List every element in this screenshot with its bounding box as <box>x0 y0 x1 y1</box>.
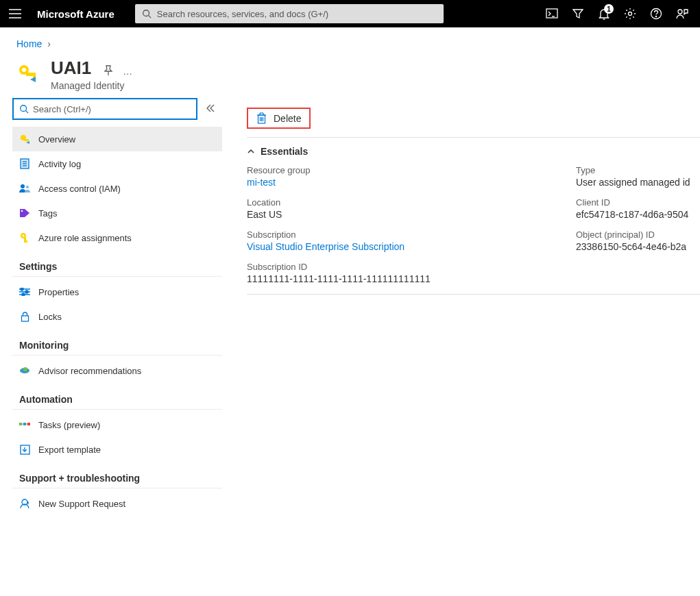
svg-rect-22 <box>24 139 29 141</box>
svg-rect-44 <box>19 423 22 425</box>
sidebar-search-box[interactable] <box>12 98 197 120</box>
svg-rect-45 <box>23 423 26 425</box>
hamburger-menu-icon[interactable] <box>7 5 23 22</box>
export-template-icon <box>19 444 30 455</box>
location-label: Location <box>247 197 576 208</box>
client-id-label: Client ID <box>576 197 700 208</box>
sidebar-item-label: Azure role assignments <box>38 233 132 243</box>
topbar-actions: 1 <box>541 3 693 25</box>
global-search-input[interactable] <box>157 9 437 19</box>
svg-point-11 <box>655 16 656 16</box>
settings-gear-icon[interactable] <box>619 3 641 25</box>
sidebar-item-tags[interactable]: Tags <box>12 201 222 225</box>
svg-point-12 <box>678 10 682 14</box>
sidebar-item-label: New Support Request <box>38 499 125 509</box>
subscription-label: Subscription <box>247 229 576 240</box>
subscription-id-value: 11111111-1111-1111-1111-111111111111 <box>247 273 576 284</box>
notifications-icon[interactable]: 1 <box>593 3 615 25</box>
breadcrumb: Home › <box>0 27 700 49</box>
sidebar-item-label: Properties <box>38 287 79 297</box>
properties-icon <box>19 286 30 297</box>
sidebar-item-label: Locks <box>38 312 62 322</box>
sidebar-item-label: Activity log <box>38 159 81 169</box>
sidebar-section-automation: Automation <box>12 383 222 410</box>
location-value: East US <box>247 209 576 220</box>
sidebar-item-azure-role-assignments[interactable]: Azure role assignments <box>12 225 222 250</box>
access-control-icon <box>19 183 30 194</box>
sidebar-item-access-control[interactable]: Access control (IAM) <box>12 176 222 201</box>
subscription-link[interactable]: Visual Studio Enterprise Subscription <box>247 241 576 252</box>
support-icon <box>19 498 30 509</box>
sidebar-item-advisor[interactable]: Advisor recommendations <box>12 358 222 383</box>
essentials-toggle[interactable]: Essentials <box>247 143 700 165</box>
page-subtitle: Managed Identity <box>51 80 132 91</box>
svg-point-29 <box>26 186 29 188</box>
essentials-label: Essentials <box>261 146 308 157</box>
tasks-icon <box>19 419 30 430</box>
sidebar-search-row <box>12 98 222 127</box>
advisor-icon <box>19 365 30 376</box>
sidebar-item-locks[interactable]: Locks <box>12 304 222 329</box>
sidebar-item-activity-log[interactable]: Activity log <box>12 151 222 176</box>
chevron-right-icon: › <box>47 38 51 49</box>
svg-rect-46 <box>27 423 30 425</box>
subscription-id-label: Subscription ID <box>247 262 576 272</box>
search-icon <box>142 9 152 18</box>
svg-rect-15 <box>26 73 36 76</box>
notification-badge: 1 <box>604 4 614 14</box>
svg-rect-34 <box>26 240 27 243</box>
svg-point-19 <box>21 105 27 112</box>
pin-icon[interactable] <box>102 64 114 79</box>
svg-point-14 <box>22 68 26 72</box>
activity-log-icon <box>19 158 30 169</box>
type-label: Type <box>576 165 700 175</box>
svg-marker-23 <box>26 141 29 144</box>
object-id-label: Object (principal) ID <box>576 229 700 240</box>
sidebar-item-export-template[interactable]: Export template <box>12 437 222 462</box>
collapse-sidebar-icon[interactable] <box>203 101 218 118</box>
svg-point-32 <box>23 235 25 237</box>
delete-button[interactable]: Delete <box>247 108 311 129</box>
svg-point-30 <box>21 210 23 212</box>
sidebar-section-support: Support + troubleshooting <box>12 462 222 488</box>
more-icon[interactable]: … <box>123 66 132 77</box>
cloud-shell-icon[interactable] <box>541 3 563 25</box>
chevron-up-icon <box>247 147 255 156</box>
breadcrumb-home-link[interactable]: Home <box>16 38 42 49</box>
sidebar-item-label: Tags <box>38 208 57 219</box>
svg-point-9 <box>629 12 632 16</box>
svg-rect-33 <box>24 238 26 243</box>
feedback-icon[interactable] <box>671 3 693 25</box>
svg-point-38 <box>21 288 23 290</box>
global-search[interactable] <box>135 4 444 23</box>
sidebar-item-label: Access control (IAM) <box>38 184 121 194</box>
sidebar-item-label: Tasks (preview) <box>38 420 100 430</box>
content-pane: Delete Essentials Resource group mi-test… <box>226 98 700 516</box>
sidebar-item-label: Advisor recommendations <box>38 366 141 376</box>
client-id-value: efc54718-c187-4d6a-9504 <box>576 209 700 220</box>
svg-point-28 <box>21 184 25 188</box>
object-id-value: 23386150-5c64-4e46-b2a <box>576 241 700 252</box>
managed-identity-key-icon <box>16 62 40 85</box>
search-icon <box>19 104 29 114</box>
filter-icon[interactable] <box>567 3 589 25</box>
tag-icon <box>19 208 30 219</box>
sidebar-item-new-support-request[interactable]: New Support Request <box>12 491 222 516</box>
sidebar: Overview Activity log Access control (IA… <box>0 98 226 516</box>
trash-icon <box>256 112 267 124</box>
sidebar-item-overview[interactable]: Overview <box>12 127 222 151</box>
svg-marker-7 <box>573 10 583 18</box>
sidebar-item-label: Export template <box>38 445 101 455</box>
sidebar-item-label: Overview <box>38 134 75 145</box>
top-bar: Microsoft Azure 1 <box>0 0 700 27</box>
sidebar-item-tasks[interactable]: Tasks (preview) <box>12 412 222 437</box>
svg-point-39 <box>25 290 28 293</box>
svg-point-43 <box>23 367 27 371</box>
sidebar-section-monitoring: Monitoring <box>12 329 222 356</box>
resource-group-label: Resource group <box>247 165 576 175</box>
svg-rect-41 <box>21 316 28 321</box>
sidebar-item-properties[interactable]: Properties <box>12 280 222 304</box>
help-icon[interactable] <box>645 3 667 25</box>
sidebar-search-input[interactable] <box>33 104 191 114</box>
resource-group-link[interactable]: mi-test <box>247 177 576 188</box>
